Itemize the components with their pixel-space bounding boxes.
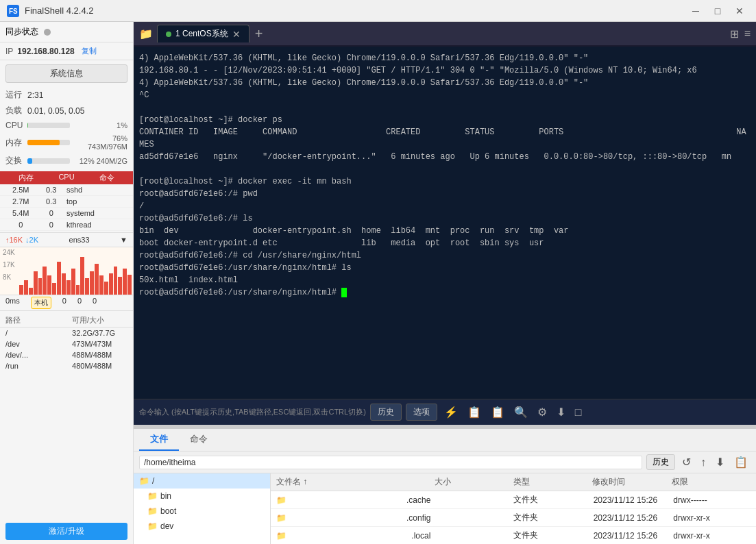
chart-bar bbox=[42, 267, 47, 295]
chart-bar bbox=[57, 262, 61, 295]
refresh-button[interactable]: ↺ bbox=[679, 454, 694, 470]
tree-label: boot bbox=[160, 506, 176, 516]
fullscreen-icon-button[interactable]: □ bbox=[572, 405, 585, 420]
app-icon: FS bbox=[7, 5, 19, 17]
folder-icon[interactable]: 📁 bbox=[139, 27, 153, 40]
chart-bar bbox=[19, 285, 23, 295]
terminal-line: 192.168.80.1 - - [12/Nov/2023:09:51:41 +… bbox=[139, 64, 751, 77]
ip-label: IP bbox=[5, 47, 13, 56]
window-controls: ─ □ ✕ bbox=[686, 3, 749, 18]
cmd-hint: 命令输入 (按ALT键提示历史,TAB键路径,ESC键返回,双击CTRL切换) bbox=[139, 407, 366, 417]
process-row: 2.7M0.3top bbox=[0, 196, 133, 208]
path-history-button[interactable]: 历史 bbox=[646, 454, 675, 470]
chart-bar bbox=[80, 257, 84, 295]
terminal-line: ad5dfd67e1e6 nginx "/docker-entrypoint..… bbox=[139, 151, 751, 163]
clipboard-icon-button[interactable]: 📋 bbox=[465, 404, 484, 420]
bottom-tabs: 文件 命令 bbox=[134, 429, 756, 452]
chart-bar bbox=[114, 267, 118, 295]
download-icon-button[interactable]: ⬇ bbox=[554, 404, 568, 420]
chart-bar bbox=[29, 288, 33, 295]
copy-ip-button[interactable]: 复制 bbox=[79, 45, 99, 57]
tree-label: / bbox=[152, 476, 154, 486]
file-row[interactable]: 📁.cache 文件夹 2023/11/12 15:26 drwx------ bbox=[271, 491, 756, 509]
disk-row: /dev/...488M/488M bbox=[0, 349, 133, 360]
tab-files[interactable]: 文件 bbox=[139, 429, 179, 451]
app-title: FinalShell 4.2.4.2 bbox=[25, 5, 686, 16]
col-type: 类型 bbox=[513, 476, 592, 488]
terminal[interactable]: 4) AppleWebKit/537.36 (KHTML, like Gecko… bbox=[134, 47, 756, 399]
right-panel: 📁 1 CentOS系统 ✕ + ⊞ ≡ 4) AppleWebKit/537.… bbox=[134, 22, 756, 544]
sysinfo-button[interactable]: 系统信息 bbox=[5, 64, 127, 83]
terminal-line bbox=[139, 101, 751, 114]
tree-item-root[interactable]: 📁 / bbox=[134, 473, 270, 489]
mem-bar-wrap bbox=[27, 140, 70, 145]
terminal-line: boot docker-entrypoint.d etc lib media o… bbox=[139, 237, 751, 249]
proc-mem-header: 内存 bbox=[5, 173, 46, 183]
tab-bar-right: ⊞ ≡ bbox=[730, 27, 751, 40]
chart-bar bbox=[95, 264, 99, 295]
chart-bar bbox=[127, 275, 132, 295]
mem-label: 内存 bbox=[5, 137, 25, 149]
proc-cmd-header: 命令 bbox=[87, 173, 127, 183]
minimize-button[interactable]: ─ bbox=[686, 3, 705, 18]
chart-bar bbox=[118, 277, 122, 295]
settings-icon-button[interactable]: ⚙ bbox=[535, 404, 550, 420]
chart-bar bbox=[90, 271, 94, 295]
tab-centos[interactable]: 1 CentOS系统 ✕ bbox=[157, 25, 249, 42]
swap-value: 12% 240M/2G bbox=[73, 157, 127, 165]
up-button[interactable]: ↑ bbox=[698, 455, 709, 470]
network-chart: 24K 17K 8K bbox=[0, 247, 133, 295]
tab-close-icon[interactable]: ✕ bbox=[232, 29, 241, 39]
copy-icon-button[interactable]: 📋 bbox=[488, 404, 507, 420]
upload-file-button[interactable]: 📋 bbox=[731, 454, 751, 470]
terminal-line bbox=[139, 163, 751, 175]
lat3: 0 bbox=[93, 297, 97, 309]
sync-label: 同步状态 bbox=[5, 26, 38, 38]
file-path-input[interactable] bbox=[139, 456, 642, 469]
options-button[interactable]: 选项 bbox=[406, 404, 437, 421]
maximize-button[interactable]: □ bbox=[708, 3, 727, 18]
chart-bar bbox=[62, 273, 66, 295]
tab-commands[interactable]: 命令 bbox=[179, 429, 219, 451]
chart-bar bbox=[104, 282, 108, 295]
net-dropdown-icon[interactable]: ▼ bbox=[120, 236, 127, 244]
terminal-line: root@ad5dfd67e1e6:/# ls bbox=[139, 212, 751, 225]
folder-icon: 📁 bbox=[147, 506, 158, 516]
menu-icon[interactable]: ≡ bbox=[744, 27, 751, 40]
mem-bar bbox=[27, 140, 60, 145]
cpu-row: CPU 1% bbox=[0, 119, 133, 132]
grid-view-icon[interactable]: ⊞ bbox=[730, 27, 739, 40]
tree-item-bin[interactable]: 📁 bin bbox=[134, 489, 270, 504]
folder-icon: 📁 bbox=[147, 521, 158, 531]
history-button[interactable]: 历史 bbox=[370, 404, 402, 421]
disk-row: /dev473M/473M bbox=[0, 338, 133, 349]
net-up-label: ↑16K bbox=[5, 236, 23, 244]
search-icon-button[interactable]: 🔍 bbox=[511, 404, 531, 420]
chart-bar bbox=[47, 275, 51, 295]
tab-bar: 📁 1 CentOS系统 ✕ + ⊞ ≡ bbox=[134, 22, 756, 47]
upgrade-button[interactable]: 激活/升级 bbox=[5, 523, 127, 540]
file-row[interactable]: 📁.local 文件夹 2023/11/12 15:26 drwxr-xr-x bbox=[271, 527, 756, 544]
close-button[interactable]: ✕ bbox=[730, 3, 749, 18]
local-badge: 本机 bbox=[31, 297, 51, 309]
bottom-panel: 文件 命令 历史 ↺ ↑ ⬇ 📋 📁 / 📁 bbox=[134, 428, 756, 544]
add-tab-button[interactable]: + bbox=[255, 26, 263, 42]
cpu-bar-wrap bbox=[27, 123, 70, 128]
mem-row: 内存 76% 743M/976M bbox=[0, 132, 133, 153]
tree-item-dev[interactable]: 📁 dev bbox=[134, 519, 270, 534]
process-table-header: 内存 CPU 命令 bbox=[0, 171, 133, 184]
tree-label: bin bbox=[160, 491, 171, 501]
latency-row: 0ms 本机 0 0 0 bbox=[0, 295, 133, 310]
terminal-line: 4) AppleWebKit/537.36 (KHTML, like Gecko… bbox=[139, 52, 751, 64]
terminal-line: [root@localhost ~]# docker ps bbox=[139, 114, 751, 126]
lightning-icon-button[interactable]: ⚡ bbox=[441, 404, 461, 420]
file-row[interactable]: 📁.config 文件夹 2023/11/12 15:26 drwxr-xr-x bbox=[271, 509, 756, 527]
terminal-line: / bbox=[139, 200, 751, 212]
terminal-line: root@ad5dfd67e1e6:/usr/share/nginx/html# bbox=[139, 286, 751, 299]
mem-value: 76% 743M/976M bbox=[73, 134, 127, 151]
terminal-line: 50x.html index.html bbox=[139, 274, 751, 286]
terminal-line: [root@localhost ~]# docker exec -it mn b… bbox=[139, 175, 751, 188]
download-file-button[interactable]: ⬇ bbox=[713, 454, 727, 470]
terminal-line: CONTAINER ID IMAGE COMMAND CREATED STATU… bbox=[139, 126, 751, 151]
tree-item-boot[interactable]: 📁 boot bbox=[134, 504, 270, 519]
